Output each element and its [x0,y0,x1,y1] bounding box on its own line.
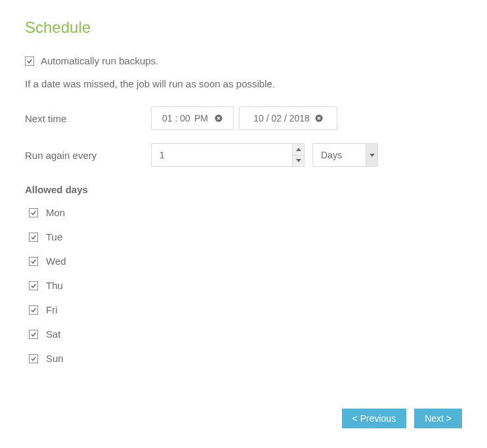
day-row-sat: Sat [29,328,462,340]
run-again-value-input[interactable]: 1 [151,143,305,167]
select-dropdown-button[interactable] [366,144,377,166]
spinner-controls [292,144,304,166]
day-label: Mon [46,207,65,218]
info-text: If a date was missed, the job will run a… [25,78,462,89]
day-checkbox-fri[interactable] [29,305,38,315]
day-checkbox-thu[interactable] [29,281,38,290]
day-checkbox-mon[interactable] [29,208,38,217]
auto-run-row: Automatically run backups. [25,55,462,66]
auto-run-checkbox[interactable] [25,56,34,66]
auto-run-label: Automatically run backups. [41,55,158,66]
clear-time-icon[interactable] [215,114,222,122]
day-label: Thu [46,280,63,291]
next-time-label: Next time [25,113,151,124]
time-value: 01 : 00 [162,113,190,123]
run-again-unit-value: Days [320,150,342,160]
date-value: 10 / 02 / 2018 [253,113,310,123]
day-label: Fri [46,304,58,315]
day-checkbox-sun[interactable] [29,354,38,363]
day-row-thu: Thu [29,280,462,291]
day-row-fri: Fri [29,304,462,315]
day-row-tue: Tue [29,231,462,242]
spinner-up-button[interactable] [293,144,304,156]
day-label: Sat [46,328,61,340]
day-checkbox-sat[interactable] [29,330,38,339]
run-again-row: Run again every 1 Days [25,143,462,167]
allowed-days-list: Mon Tue Wed Thu Fri Sat Sun [25,207,462,364]
run-again-unit-select[interactable]: Days [312,143,378,167]
next-button[interactable]: Next > [414,409,462,428]
next-time-input[interactable]: 01 : 00 PM [151,106,234,130]
day-row-mon: Mon [29,207,462,218]
next-date-input[interactable]: 10 / 02 / 2018 [239,106,337,130]
day-label: Sun [46,353,64,364]
time-ampm: PM [194,113,208,123]
spinner-down-button[interactable] [293,156,304,167]
day-row-wed: Wed [29,256,462,267]
day-label: Tue [46,231,62,242]
run-again-value: 1 [158,150,165,160]
day-checkbox-wed[interactable] [29,257,38,266]
allowed-days-title: Allowed days [25,184,462,195]
page-title: Schedule [25,18,462,37]
day-row-sun: Sun [29,353,462,364]
clear-date-icon[interactable] [315,114,323,122]
run-again-label: Run again every [25,150,151,161]
day-label: Wed [46,256,66,267]
next-time-row: Next time 01 : 00 PM 10 / 02 / 2018 [25,106,462,130]
day-checkbox-tue[interactable] [29,233,38,242]
previous-button[interactable]: < Previous [342,409,407,428]
footer-buttons: < Previous Next > [342,409,462,428]
